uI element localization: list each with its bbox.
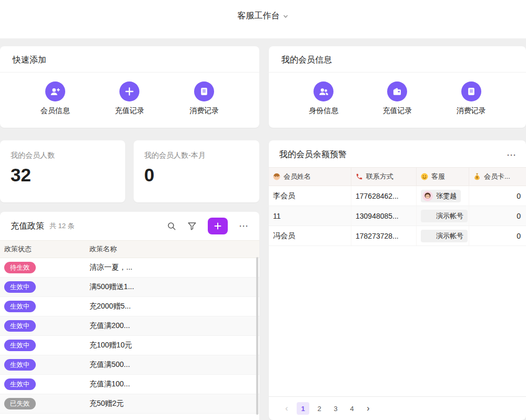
top-header: 客服工作台 <box>0 0 526 38</box>
shortcut-label: 身份信息 <box>309 106 338 116</box>
policy-name-cell: 充50赠2元 <box>85 399 259 408</box>
more-menu-button[interactable]: ⋯ <box>239 221 249 231</box>
column-header-member-card[interactable]: 会员卡... <box>469 168 526 186</box>
agent-pill: 张雯越 <box>421 190 461 202</box>
agent-pill: 演示帐号 <box>421 230 468 242</box>
balance-cell: 0 <box>469 186 526 206</box>
policy-table-header: 政策状态 政策名称 <box>0 240 259 258</box>
table-row[interactable]: 生效中 满500赠送1... <box>0 278 259 297</box>
agent-cell: 张雯越 <box>417 186 469 206</box>
shortcut-recharge-record[interactable]: 充值记录 <box>115 81 144 116</box>
recharge-policy-title: 充值政策 <box>11 221 44 232</box>
table-row[interactable]: 生效中 充值满100... <box>0 375 259 394</box>
balance-warning-card: 我的会员余额预警 ⋯ 会员姓名 联系方式 客服 会员卡... 李会员 <box>269 140 526 420</box>
balance-table-body: 李会员 177628462... 张雯越 0 11 130948085... 演… <box>269 186 526 246</box>
plus-icon <box>214 222 222 230</box>
column-label: 会员卡... <box>484 172 510 181</box>
my-member-info-title: 我的会员信息 <box>281 55 332 64</box>
balance-cell: 0 <box>469 226 526 245</box>
column-label: 会员姓名 <box>284 172 311 181</box>
filter-button[interactable] <box>187 221 197 231</box>
filter-funnel-icon <box>187 221 197 231</box>
more-menu-button[interactable]: ⋯ <box>507 150 517 160</box>
quick-add-header: 快速添加 <box>0 46 259 73</box>
status-badge: 待生效 <box>4 262 36 274</box>
shortcut-label: 消费记录 <box>189 106 219 116</box>
agent-name: 演示帐号 <box>436 231 463 241</box>
table-row[interactable]: 已失效 充50赠2元 <box>0 394 259 414</box>
column-label: 客服 <box>431 172 445 181</box>
table-row[interactable]: 待生效 清凉一夏，... <box>0 258 259 278</box>
column-header-policy-name[interactable]: 政策名称 <box>85 241 259 258</box>
stat-card-member-count: 我的会员人数 32 <box>0 140 125 202</box>
balance-cell: 0 <box>469 206 526 226</box>
girl-emoji-avatar <box>422 191 433 201</box>
page-title: 客服工作台 <box>238 11 280 22</box>
policy-name-cell: 充100赠10元 <box>85 341 259 350</box>
pagination-page-4[interactable]: 4 <box>346 402 358 415</box>
table-row[interactable]: 李会员 177628462... 张雯越 0 <box>269 186 526 206</box>
stat-card-member-count-month: 我的会员人数-本月 0 <box>134 140 259 202</box>
brand-logo-avatar <box>422 211 433 221</box>
table-row[interactable]: 冯会员 178273728... 演示帐号 0 <box>269 226 526 246</box>
add-policy-button[interactable] <box>208 218 228 234</box>
vertical-scrollbar[interactable] <box>256 257 258 415</box>
my-member-info-header: 我的会员信息 <box>269 46 526 73</box>
workspace-switcher[interactable]: 客服工作台 <box>238 11 289 22</box>
status-badge: 已失效 <box>4 398 36 410</box>
contact-cell: 130948085... <box>351 206 417 226</box>
policy-name-cell: 充2000赠5... <box>85 302 259 311</box>
stat-label: 我的会员人数 <box>11 151 115 160</box>
column-header-contact[interactable]: 联系方式 <box>351 168 417 186</box>
member-name-cell: 李会员 <box>269 186 351 206</box>
pagination-prev-button[interactable]: ‹ <box>280 402 293 415</box>
table-row[interactable]: 生效中 充2000赠5... <box>0 297 259 316</box>
brand-logo-avatar <box>422 231 433 241</box>
balance-warning-title: 我的会员余额预警 <box>279 149 347 160</box>
policy-table-body: 待生效 清凉一夏，... 生效中 满500赠送1... 生效中 充2000赠5.… <box>0 258 259 414</box>
quick-add-title: 快速添加 <box>13 55 46 64</box>
pagination-page-3[interactable]: 3 <box>329 402 342 415</box>
shortcut-recharge-record[interactable]: 充值记录 <box>382 81 412 116</box>
status-badge: 生效中 <box>4 378 36 391</box>
member-add-icon <box>45 81 65 101</box>
status-badge: 生效中 <box>4 301 36 313</box>
contact-cell: 178273728... <box>351 226 417 245</box>
shortcut-label: 消费记录 <box>457 106 486 116</box>
table-row[interactable]: 11 130948085... 演示帐号 0 <box>269 206 526 226</box>
column-header-policy-status[interactable]: 政策状态 <box>0 241 85 258</box>
table-row[interactable]: 生效中 充值满200... <box>0 316 259 336</box>
column-header-agent[interactable]: 客服 <box>417 168 469 186</box>
pagination: ‹ 1 2 3 4 › <box>269 397 526 420</box>
agent-name: 演示帐号 <box>436 211 463 221</box>
table-row[interactable]: 生效中 充100赠10元 <box>0 336 259 355</box>
shortcut-member-info[interactable]: 会员信息 <box>41 81 70 116</box>
table-row[interactable]: 生效中 充值满500... <box>0 355 259 375</box>
policy-name-cell: 满500赠送1... <box>85 282 259 292</box>
policy-name-cell: 充值满500... <box>85 360 259 370</box>
stat-value: 32 <box>11 165 115 186</box>
shortcut-consume-record[interactable]: 消费记录 <box>189 81 219 116</box>
record-count: 共 12 条 <box>49 221 75 231</box>
phone-icon <box>356 173 363 180</box>
shortcut-identity-info[interactable]: 身份信息 <box>309 81 338 116</box>
member-name-cell: 冯会员 <box>269 226 351 245</box>
chevron-down-icon <box>282 13 289 19</box>
contact-cell: 177628462... <box>351 186 417 206</box>
pagination-page-2[interactable]: 2 <box>313 402 326 415</box>
balance-table-header: 会员姓名 联系方式 客服 会员卡... <box>269 167 526 186</box>
my-member-info-card: 我的会员信息 身份信息 充值记录 消费记录 <box>269 46 526 128</box>
status-badge: 生效中 <box>4 340 36 352</box>
shortcut-label: 会员信息 <box>41 106 70 116</box>
pagination-next-button[interactable]: › <box>362 402 375 415</box>
quick-add-card: 快速添加 会员信息 充值记录 消费记录 <box>0 46 259 128</box>
pagination-page-1[interactable]: 1 <box>297 402 309 415</box>
search-button[interactable] <box>167 221 176 231</box>
policy-name-cell: 充值满200... <box>85 321 259 331</box>
shortcut-consume-record[interactable]: 消费记录 <box>457 81 486 116</box>
shortcut-label: 充值记录 <box>115 106 144 116</box>
receipt-icon <box>461 81 481 101</box>
column-header-member-name[interactable]: 会员姓名 <box>269 168 351 186</box>
agent-cell: 演示帐号 <box>417 206 469 226</box>
agent-name: 张雯越 <box>436 191 457 201</box>
